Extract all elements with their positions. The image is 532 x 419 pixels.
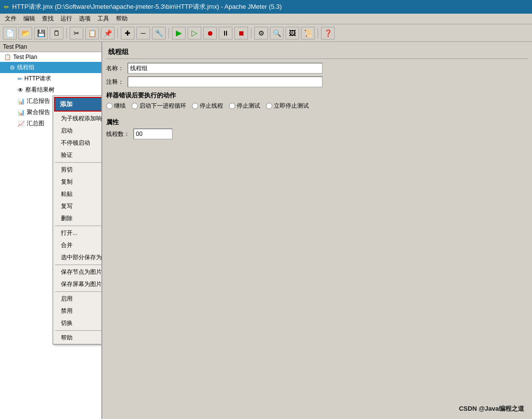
menu-options[interactable]: 选项 [76, 14, 94, 24]
pencil-icon: ✏ [4, 3, 9, 11]
agg-report-icon: 📊 [18, 109, 25, 116]
action-next-loop[interactable]: 启动下一进程循环 [132, 102, 186, 110]
sep3 [169, 28, 169, 38]
tb-copy[interactable]: 📋 [85, 27, 99, 39]
summary-chart-label: 汇总图 [27, 119, 44, 128]
panel-title: 线程组 [106, 46, 528, 59]
ctx-help[interactable]: 帮助 [53, 332, 102, 344]
tb-add[interactable]: ✚ [121, 27, 134, 39]
action-stop-test-now[interactable]: 立即停止测试 [266, 102, 309, 110]
tb-stop[interactable]: ⏹ [234, 27, 248, 39]
ctx-save-selection[interactable]: 选中部分保存为... [53, 251, 102, 264]
ctx-delete[interactable]: 删除 Delete [53, 212, 102, 225]
ctx-start-no-pause[interactable]: 不停顿启动 [53, 137, 102, 149]
toolbar: 📄 📂 💾 🗒 ✂ 📋 📌 ✚ ─ 🔧 ▶ ▷ ⏺ ⏸ ⏹ ⚙ 🔍 🖼 📜 ❓ [0, 24, 532, 42]
tb-new[interactable]: 📄 [3, 27, 17, 39]
threadgroup-icon: ⚙ [10, 64, 15, 71]
view-result-icon: 👁 [18, 87, 23, 94]
threadgroup-label: 线程组 [17, 63, 35, 72]
http-label: HTTP请求 [24, 75, 51, 83]
ctx-disable[interactable]: 禁用 [53, 305, 102, 317]
title-text: HTTP请求.jmx (D:\Software\Jmeter\apache-jm… [12, 2, 282, 11]
ctx-paste[interactable]: 粘贴 Ctrl-V [53, 188, 102, 200]
action-section-title: 样器错误后要执行的动作 [106, 91, 528, 100]
ctx-enable[interactable]: 启用 [53, 293, 102, 305]
left-panel: Test Plan 📋 Test Plan ⚙ 线程组 ✏ HTTP请求 👁 察… [0, 42, 102, 419]
tb-settings[interactable]: 🔧 [152, 27, 166, 39]
sep1 [66, 28, 67, 38]
tree-item-testplan[interactable]: 📋 Test Plan [0, 52, 101, 62]
watermark: CSDN @Java编程之道 [459, 404, 524, 413]
menu-tools[interactable]: 工具 [95, 14, 112, 24]
http-icon: ✏ [18, 76, 22, 82]
right-panel: 线程组 名称： 注释： 样器错误后要执行的动作 继续 启动下一进程循环 停止线程… [102, 42, 532, 419]
name-label: 名称： [106, 64, 124, 73]
agg-report-label: 聚合报告 [27, 108, 50, 116]
ctx-save-screen-img[interactable]: 保存屏幕为图片 Ctrl+Shift-G [53, 278, 102, 290]
action-stop-test[interactable]: 停止测试 [229, 102, 260, 110]
tb-help[interactable]: ❓ [321, 27, 335, 39]
ctx-sep1 [55, 162, 102, 163]
threads-row: 线程数： [106, 129, 528, 139]
comment-label: 注释： [106, 78, 124, 86]
ctx-add-header[interactable]: 添加 ▶ [54, 97, 102, 112]
tree-item-view-result[interactable]: 👁 察看结果树 [0, 84, 101, 95]
ctx-cut[interactable]: 剪切 Ctrl-X [53, 164, 102, 176]
ctx-open[interactable]: 打开... [53, 227, 102, 239]
tb-log[interactable]: 📜 [301, 27, 315, 39]
tree-header: Test Plan [0, 42, 101, 52]
menu-run[interactable]: 运行 [57, 14, 75, 24]
testplan-label: Test Plan [13, 54, 37, 60]
tb-search[interactable]: 🔍 [270, 27, 284, 39]
sep4 [251, 28, 251, 38]
menu-file[interactable]: 文件 [2, 14, 19, 24]
threads-label: 线程数： [106, 130, 130, 138]
tree-item-threadgroup[interactable]: ⚙ 线程组 [0, 62, 101, 73]
sep5 [318, 28, 318, 38]
tb-gear[interactable]: ⚙ [254, 27, 268, 39]
title-bar: ✏ HTTP请求.jmx (D:\Software\Jmeter\apache-… [0, 0, 532, 14]
ctx-add-response-time[interactable]: 为子线程添加响应时间 [53, 113, 102, 125]
main-layout: Test Plan 📋 Test Plan ⚙ 线程组 ✏ HTTP请求 👁 察… [0, 42, 532, 419]
threads-input[interactable] [133, 129, 172, 139]
ctx-start[interactable]: 启动 [53, 125, 102, 137]
ctx-sep4 [55, 291, 102, 292]
tree-item-http[interactable]: ✏ HTTP请求 [0, 73, 101, 84]
tb-pause[interactable]: ⏸ [219, 27, 232, 39]
tb-remove[interactable]: ─ [136, 27, 150, 39]
tb-cut[interactable]: ✂ [70, 27, 83, 39]
testplan-icon: 📋 [4, 54, 11, 60]
aggregate-icon: 📊 [18, 98, 25, 105]
ctx-copy[interactable]: 复制 Ctrl-C [53, 176, 102, 188]
tb-saveas[interactable]: 🗒 [50, 27, 63, 39]
ctx-save-node-img[interactable]: 保存节点为图片 Ctrl-G [53, 266, 102, 278]
tb-paste[interactable]: 📌 [101, 27, 114, 39]
action-options: 继续 启动下一进程循环 停止线程 停止测试 立即停止测试 [106, 102, 528, 110]
test-plan-label: Test Plan [3, 43, 27, 50]
tb-save[interactable]: 💾 [34, 27, 48, 39]
sep2 [117, 28, 118, 38]
menu-help[interactable]: 帮助 [113, 14, 131, 24]
ctx-rewrite[interactable]: 复写 Ctrl+Shift-C [53, 200, 102, 212]
ctx-toggle[interactable]: 切换 Ctrl-T [53, 317, 102, 329]
ctx-merge[interactable]: 合并 [53, 239, 102, 251]
ctx-sep5 [55, 330, 102, 331]
comment-input[interactable] [128, 76, 323, 87]
props-section-title: 属性 [106, 118, 528, 127]
menu-find[interactable]: 查找 [39, 14, 57, 24]
context-menu-main[interactable]: 添加 ▶ 为子线程添加响应时间 启动 不停顿启动 验证 剪切 [53, 95, 102, 344]
tb-play[interactable]: ▶ [172, 27, 186, 39]
ctx-sep2 [55, 226, 102, 226]
name-row: 名称： [106, 63, 528, 74]
tb-open[interactable]: 📂 [19, 27, 32, 39]
menu-edit[interactable]: 编辑 [20, 14, 38, 24]
ctx-validate[interactable]: 验证 [53, 149, 102, 161]
action-stop-thread[interactable]: 停止线程 [192, 102, 223, 110]
tb-play-no-pause[interactable]: ▷ [188, 27, 201, 39]
tb-image[interactable]: 🖼 [285, 27, 299, 39]
name-input[interactable] [128, 63, 323, 74]
ctx-sep3 [55, 265, 102, 265]
aggregate-label: 汇总报告 [27, 97, 50, 105]
tb-record[interactable]: ⏺ [203, 27, 217, 39]
action-continue[interactable]: 继续 [106, 102, 126, 110]
